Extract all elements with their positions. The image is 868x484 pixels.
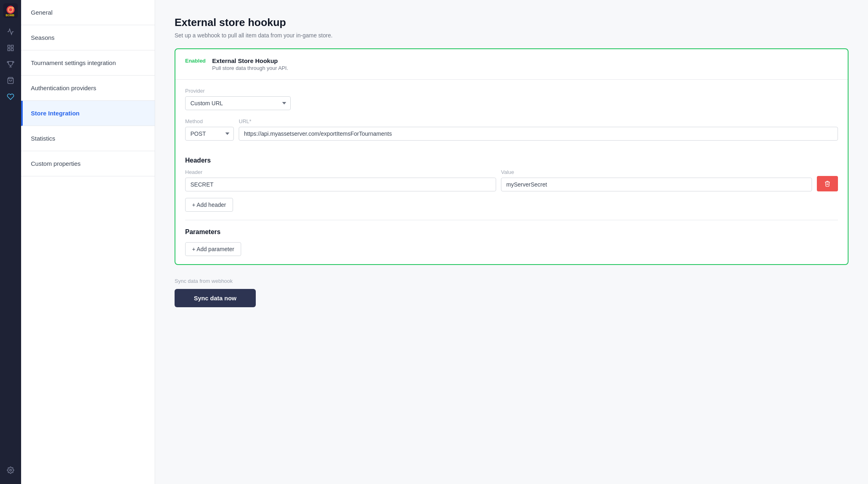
card-header: Enabled External Store Hookup Pull store… (175, 49, 848, 80)
headers-section: Headers Header Value + Add header (185, 157, 838, 212)
hookup-subtitle: Pull store data through your API. (212, 65, 288, 71)
provider-group: Provider Custom URL Steam Epic Games (185, 88, 838, 110)
parameters-section: Parameters + Add parameter (185, 228, 838, 256)
grid-nav-icon[interactable] (3, 41, 18, 55)
header-label: Header (185, 169, 496, 175)
sidebar-item-statistics[interactable]: Statistics (21, 126, 155, 151)
provider-select[interactable]: Custom URL Steam Epic Games (185, 96, 291, 110)
svg-rect-8 (8, 49, 10, 51)
url-label: URL* (239, 118, 838, 124)
divider (185, 220, 838, 220)
value-input[interactable] (501, 178, 812, 191)
delete-header-button[interactable] (817, 176, 838, 191)
header-input[interactable] (185, 178, 496, 191)
sidebar-item-seasons[interactable]: Seasons (21, 25, 155, 50)
sidebar: General Seasons Tournament settings inte… (21, 0, 155, 484)
enabled-badge: Enabled (185, 57, 206, 64)
store-integration-nav-icon[interactable] (3, 89, 18, 104)
app-logo: BOMB (3, 3, 18, 18)
sidebar-item-store[interactable]: Store Integration (21, 101, 155, 126)
svg-rect-6 (8, 45, 10, 47)
value-input-group: Value (501, 169, 812, 191)
sync-button[interactable]: Sync data now (175, 289, 256, 307)
svg-text:BOMB: BOMB (6, 14, 14, 17)
add-header-button[interactable]: + Add header (185, 198, 233, 212)
hookup-card: Enabled External Store Hookup Pull store… (175, 48, 849, 265)
url-group: URL* (239, 118, 838, 141)
method-select[interactable]: POST GET PUT (185, 127, 234, 141)
add-parameter-button[interactable]: + Add parameter (185, 242, 241, 256)
page-title: External store hookup (175, 16, 849, 29)
method-url-row: Method POST GET PUT URL* (185, 118, 838, 149)
header-input-group: Header (185, 169, 496, 191)
sync-label: Sync data from webhook (175, 278, 849, 284)
url-input[interactable] (239, 127, 838, 141)
hookup-title: External Store Hookup (212, 57, 288, 64)
sidebar-item-tournament[interactable]: Tournament settings integration (21, 50, 155, 76)
method-label: Method (185, 118, 234, 124)
svg-point-3 (9, 8, 12, 11)
main-content: External store hookup Set up a webhook t… (155, 0, 868, 484)
icon-bar: BOMB (0, 0, 21, 484)
page-subtitle: Set up a webhook to pull all item data f… (175, 32, 849, 39)
card-header-text: External Store Hookup Pull store data th… (212, 57, 288, 71)
card-body: Provider Custom URL Steam Epic Games Met… (175, 80, 848, 264)
header-row: Header Value (185, 169, 838, 191)
headers-title: Headers (185, 157, 838, 164)
value-label: Value (501, 169, 812, 175)
analytics-nav-icon[interactable] (3, 24, 18, 39)
settings-nav-icon[interactable] (3, 463, 18, 477)
sidebar-item-custom-properties[interactable]: Custom properties (21, 151, 155, 176)
svg-point-11 (10, 469, 12, 471)
shop-nav-icon[interactable] (3, 73, 18, 88)
svg-rect-7 (11, 45, 13, 47)
sync-section: Sync data from webhook Sync data now (175, 278, 849, 307)
provider-label: Provider (185, 88, 838, 94)
parameters-title: Parameters (185, 228, 838, 236)
trophy-nav-icon[interactable] (3, 57, 18, 72)
sidebar-item-general[interactable]: General (21, 0, 155, 25)
sidebar-item-auth[interactable]: Authentication providers (21, 76, 155, 101)
method-group: Method POST GET PUT (185, 118, 234, 141)
svg-rect-9 (11, 49, 13, 51)
